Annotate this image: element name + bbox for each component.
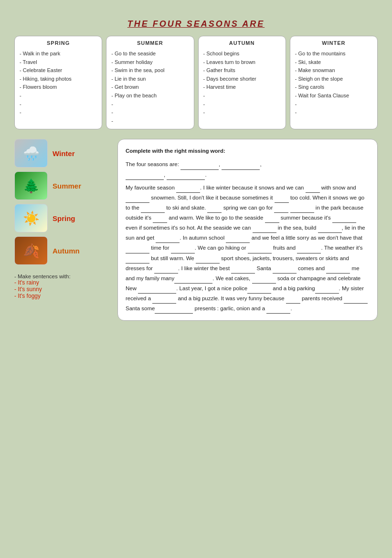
season-list-item: -	[203, 100, 281, 109]
blank[interactable]	[247, 284, 271, 294]
season-list-item: -	[111, 108, 189, 117]
blank[interactable]	[253, 223, 276, 233]
make-sentences-title: - Make sentences with:	[14, 274, 110, 279]
season-image-row-winter: 🌧️Winter	[14, 139, 110, 168]
season-image-row-spring: ☀️Spring	[14, 204, 110, 232]
blank[interactable]	[344, 294, 368, 304]
blank[interactable]	[326, 263, 350, 274]
season-list-item: - Play on the beach	[111, 92, 189, 100]
right-panel: Complete with the right missing word:The…	[117, 139, 378, 321]
season-list-item: -	[295, 108, 372, 117]
season-list-item: - School begins	[203, 50, 281, 58]
season-heading-autumn: AUTUMN	[203, 40, 281, 46]
sentence-item: - It's foggy	[14, 293, 110, 299]
blank[interactable]	[286, 294, 300, 304]
blank[interactable]	[266, 304, 290, 314]
page-title: THE FOUR SEASONS ARE	[14, 19, 378, 29]
blank[interactable]	[297, 243, 321, 253]
season-image-spring: ☀️	[14, 204, 48, 232]
blank[interactable]	[226, 233, 250, 243]
season-list-item: - Make snowman	[295, 66, 372, 75]
blank[interactable]	[138, 284, 176, 294]
season-list-item: -	[111, 100, 189, 109]
season-list-item: - Wait for Santa Clause	[295, 92, 372, 100]
season-image-summer: 🌲	[14, 171, 48, 200]
season-list-item: -	[111, 117, 189, 126]
season-list-item: - Get brown	[111, 83, 189, 92]
season-list-item: - Hiking, taking photos	[20, 75, 97, 84]
season-list-item: - Sleigh on the slope	[295, 75, 372, 84]
season-list-item: - Swim in the sea, pool	[111, 66, 189, 75]
blank[interactable]	[174, 274, 212, 284]
season-list-item: -	[20, 100, 97, 109]
season-image-row-autumn: 🍂Autumn	[14, 236, 110, 265]
season-image-winter: 🌧️	[14, 139, 48, 168]
blank[interactable]	[265, 213, 279, 223]
left-panel: 🌧️Winter🌲Summer☀️Spring🍂Autumn- Make sen…	[14, 139, 110, 321]
blank[interactable]	[196, 253, 220, 263]
season-list-item: - Summer holiday	[111, 58, 189, 67]
sentence-item: - It's rainy	[14, 279, 110, 286]
blank[interactable]	[332, 213, 356, 223]
blank[interactable]	[153, 213, 167, 223]
season-label-autumn: Autumn	[53, 247, 80, 255]
season-heading-spring: SPRING	[20, 40, 97, 46]
bottom-section: 🌧️Winter🌲Summer☀️Spring🍂Autumn- Make sen…	[14, 139, 378, 321]
blank[interactable]	[171, 243, 195, 253]
blank[interactable]	[222, 159, 260, 169]
blank[interactable]	[318, 223, 342, 233]
season-list-item: -	[203, 92, 281, 100]
season-heading-summer: SUMMER	[111, 40, 189, 46]
blank[interactable]	[126, 243, 149, 253]
blank[interactable]	[252, 274, 276, 284]
blank[interactable]	[167, 170, 205, 180]
season-list-item: -	[295, 100, 372, 109]
season-list-item: - Walk in the park	[20, 50, 97, 58]
blank[interactable]	[273, 263, 297, 274]
blank[interactable]	[155, 304, 193, 314]
season-label-winter: Winter	[53, 149, 75, 158]
season-list-item: -	[20, 108, 97, 117]
season-box-winter: WINTER- Go to the mountains- Ski, skate-…	[290, 36, 378, 129]
blank[interactable]	[141, 203, 165, 213]
blank[interactable]	[126, 170, 164, 180]
season-list-item: - Gather fruits	[203, 66, 281, 75]
blank[interactable]	[126, 253, 149, 263]
season-image-autumn: 🍂	[14, 236, 48, 265]
season-list-item: -	[203, 108, 281, 117]
blank[interactable]	[248, 243, 272, 253]
blank[interactable]	[152, 294, 176, 304]
season-list-item: - Go to the mountains	[295, 50, 372, 58]
season-list-item: - Flowers bloom	[20, 83, 97, 92]
blank[interactable]	[274, 203, 288, 213]
blank[interactable]	[180, 159, 219, 169]
season-list-item: - Days become shorter	[203, 75, 281, 84]
make-sentences-section: - Make sentences with:- It's rainy- It's…	[14, 274, 110, 299]
blank[interactable]	[156, 233, 180, 243]
season-heading-winter: WINTER	[295, 40, 372, 46]
season-box-summer: SUMMER- Go to the seaside- Summer holida…	[106, 36, 194, 129]
season-list-item: - Celebrate Easter	[20, 66, 97, 75]
season-list-item: -	[20, 92, 97, 100]
season-label-spring: Spring	[53, 214, 75, 222]
blank[interactable]	[126, 193, 149, 203]
blank[interactable]	[315, 284, 339, 294]
season-list-item: - Leaves turn to brown	[203, 58, 281, 67]
blank[interactable]	[207, 203, 222, 213]
blank[interactable]	[231, 263, 255, 274]
blank[interactable]	[154, 263, 178, 274]
season-box-spring: SPRING- Walk in the park- Travel- Celebr…	[14, 36, 102, 129]
blank[interactable]	[176, 183, 200, 193]
right-panel-title: Complete with the right missing word:	[126, 146, 370, 156]
main-paragraph: My favourite season . I like winter beca…	[126, 183, 370, 314]
season-box-autumn: AUTUMN- School begins- Leaves turn to br…	[198, 36, 286, 129]
season-list-item: - Harvest time	[203, 83, 281, 92]
season-list-item: - Sing carols	[295, 83, 372, 92]
season-list-item: - Ski, skate	[295, 58, 372, 67]
blank[interactable]	[306, 183, 320, 193]
blank[interactable]	[275, 193, 289, 203]
blank[interactable]	[290, 203, 314, 213]
seasons-line: The four seasons are: , ,	[126, 159, 370, 169]
season-image-row-summer: 🌲Summer	[14, 171, 110, 200]
season-list-item: - Lie in the sun	[111, 75, 189, 84]
